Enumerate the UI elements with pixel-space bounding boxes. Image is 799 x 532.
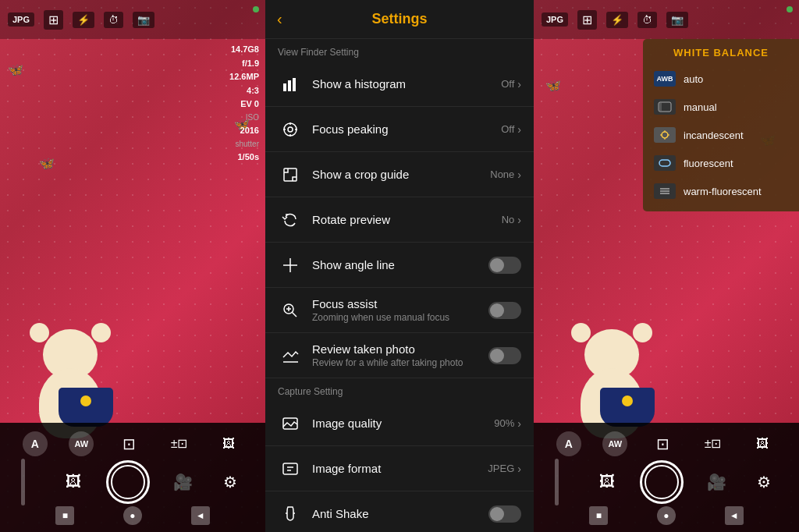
left-camera-panel: 🦋 🦋 🦋 JPG ⊞ ⚡ ⏱ 📷 14.7G8 f/1.9 12.6MP 4:… (0, 0, 265, 532)
navigation-bar-right: ■ ● ◄ (534, 506, 799, 525)
svg-rect-2 (293, 78, 296, 91)
format-badge-left[interactable]: JPG (8, 12, 34, 27)
histogram-title: Show a histogram (312, 77, 501, 90)
review-photo-toggle[interactable] (488, 347, 521, 364)
svg-point-3 (284, 123, 297, 136)
anti-shake-toggle[interactable] (488, 505, 521, 523)
angle-line-right[interactable] (488, 257, 521, 274)
camera-switch-icon-right[interactable]: 📷 (666, 12, 688, 28)
grid-icon-right[interactable]: ⊞ (577, 10, 597, 30)
video-icon-right[interactable]: 🎥 (703, 468, 731, 496)
angle-line-toggle[interactable] (488, 257, 521, 274)
settings-item-crop-guide[interactable]: Show a crop guide None › (265, 152, 534, 197)
settings-item-rotate[interactable]: Rotate preview No › (265, 197, 534, 243)
awb-icon[interactable]: AW (69, 431, 94, 456)
nav-back-icon[interactable]: ◄ (191, 506, 210, 525)
histogram-content: Show a histogram (312, 77, 501, 90)
wb-icon-warm (654, 183, 676, 199)
focal-length: 14.7G8 (229, 43, 259, 57)
angle-line-content: Show angle line (312, 258, 488, 271)
settings-item-histogram[interactable]: Show a histogram Off › (265, 62, 534, 107)
focus-peaking-value: Off (501, 123, 514, 135)
anti-shake-toggle-knob (490, 507, 504, 521)
crop-guide-right: None › (490, 168, 521, 181)
camera-switch-icon[interactable]: 📷 (133, 12, 154, 28)
settings-item-review-photo[interactable]: Review taken photo Review for a while af… (265, 333, 534, 378)
exposure-slider[interactable] (21, 459, 25, 505)
camera-top-bar: JPG ⊞ ⚡ ⏱ 📷 (0, 0, 265, 39)
angle-line-toggle-knob (490, 258, 504, 272)
anti-shake-right[interactable] (488, 505, 521, 523)
exposure-icon[interactable]: ±⊡ (165, 430, 194, 458)
wb-item-fluorescent[interactable]: fluorescent (643, 149, 799, 177)
settings-item-image-format[interactable]: Image format JPEG › (265, 446, 534, 491)
focus-assist-toggle[interactable] (488, 302, 521, 319)
gallery-icon[interactable]: 🖼 (215, 430, 243, 458)
photos-icon[interactable]: 🖼 (59, 468, 87, 496)
aperture-value: f/1.9 (229, 57, 259, 71)
wb-label-fluorescent: fluorescent (684, 158, 733, 169)
right-camera-panel: 🦋 🦋 JPG ⊞ ⚡ ⏱ 📷 WHITE BALANCE AWB auto m… (534, 0, 799, 532)
review-photo-icon (278, 343, 303, 368)
review-photo-right[interactable] (488, 347, 521, 364)
butterfly-decoration-3: 🦋 (39, 156, 55, 171)
gallery-icon-right[interactable]: 🖼 (748, 430, 776, 458)
shutter-label: shutter (229, 138, 259, 151)
wb-icon-fluorescent (654, 155, 676, 171)
exposure-icon-right[interactable]: ±⊡ (699, 430, 727, 458)
settings-item-image-quality[interactable]: Image quality 90% › (265, 401, 534, 446)
settings-icon[interactable]: ⚙ (216, 468, 244, 496)
nav-circle-icon[interactable]: ● (123, 506, 142, 525)
focus-assist-right[interactable] (488, 302, 521, 319)
shutter-button-right[interactable] (640, 460, 684, 504)
settings-item-focus-assist[interactable]: Focus assist Zooming when use manual foc… (265, 288, 534, 333)
auto-mode-icon-right[interactable]: A (556, 431, 581, 456)
settings-title: Settings (371, 11, 427, 27)
image-format-right: JPEG › (488, 463, 521, 475)
flash-icon-right[interactable]: ⚡ (606, 12, 628, 28)
svg-point-4 (288, 127, 293, 132)
settings-item-anti-shake[interactable]: Anti Shake (265, 491, 534, 532)
camera-info-overlay: 14.7G8 f/1.9 12.6MP 4:3 EV 0 ISO 2016 sh… (229, 43, 259, 164)
wb-item-incandescent[interactable]: incandescent (643, 121, 799, 149)
back-button[interactable]: ‹ (277, 10, 282, 28)
image-format-chevron: › (517, 463, 521, 475)
wb-item-auto[interactable]: AWB auto (643, 65, 799, 93)
bear-ear-right (91, 323, 111, 342)
awb-icon-right[interactable]: AW (602, 431, 627, 456)
focus-frame-icon[interactable]: ⊡ (115, 430, 144, 458)
focus-assist-subtitle: Zooming when use manual focus (312, 312, 488, 323)
auto-mode-icon[interactable]: A (23, 431, 48, 456)
crop-guide-content: Show a crop guide (312, 168, 490, 181)
settings-icon-right[interactable]: ⚙ (750, 468, 778, 496)
focus-frame-icon-right[interactable]: ⊡ (649, 430, 677, 458)
video-icon[interactable]: 🎥 (169, 468, 197, 496)
flower-decoration-r (622, 395, 633, 406)
shutter-button[interactable] (106, 460, 150, 504)
bear-ear-left (30, 323, 49, 342)
exposure-slider-right[interactable] (555, 459, 559, 505)
grid-icon[interactable]: ⊞ (44, 10, 63, 30)
nav-square-icon-right[interactable]: ■ (589, 506, 608, 525)
flower-decoration (80, 395, 91, 406)
white-balance-popup: WHITE BALANCE AWB auto manual incandesce… (643, 39, 799, 211)
wb-item-manual[interactable]: manual (643, 93, 799, 121)
nav-back-icon-right[interactable]: ◄ (725, 506, 744, 525)
rotate-content: Rotate preview (312, 213, 502, 226)
flash-icon[interactable]: ⚡ (73, 12, 94, 28)
section-viewfinder-label: View Finder Setting (265, 39, 534, 62)
wb-item-warm-fluorescent[interactable]: warm-fluorescent (643, 177, 799, 205)
timer-icon[interactable]: ⏱ (104, 12, 123, 28)
crop-guide-title: Show a crop guide (312, 168, 490, 181)
image-quality-chevron: › (517, 417, 521, 430)
settings-item-angle-line[interactable]: Show angle line (265, 243, 534, 288)
section-capture-label: Capture Setting (265, 378, 534, 401)
format-badge-right[interactable]: JPG (542, 12, 568, 27)
nav-circle-icon-right[interactable]: ● (657, 506, 676, 525)
settings-item-focus-peaking[interactable]: Focus peaking Off › (265, 107, 534, 152)
svg-rect-0 (283, 83, 286, 91)
photos-icon-right[interactable]: 🖼 (593, 468, 621, 496)
nav-square-icon[interactable]: ■ (55, 506, 74, 525)
timer-icon-right[interactable]: ⏱ (637, 12, 657, 28)
megapixel-value: 12.6MP (229, 70, 259, 84)
